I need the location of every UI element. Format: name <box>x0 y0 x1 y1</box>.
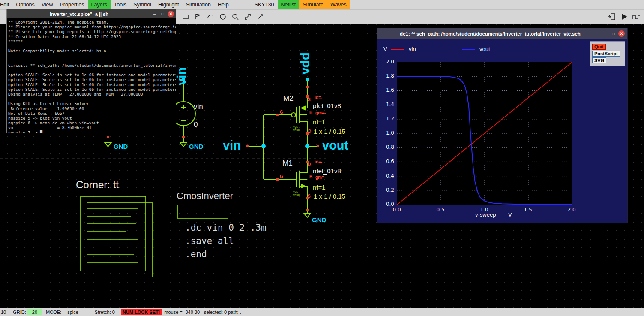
status-mode-label: MODE: <box>46 310 61 315</box>
y-tick-label: 0.8 <box>380 144 394 150</box>
m2-pin-s-label: S <box>308 98 311 102</box>
status-grid-value[interactable]: 20 <box>27 309 42 315</box>
status-mode-value: spice <box>67 310 78 315</box>
menu-sky130[interactable]: SKY130 <box>251 0 278 9</box>
vin-legend-swatch <box>391 49 404 50</box>
menu-options[interactable]: Options <box>13 0 38 9</box>
m2-pin-d-label: D <box>308 129 311 134</box>
m2-vgs-vds-label: vgs= vds= <box>293 125 300 132</box>
plot-titlebar[interactable]: dc1: ** sch_path: /home/student/document… <box>377 28 627 39</box>
menu-help[interactable]: Help <box>214 0 232 9</box>
output-wires[interactable] <box>307 134 318 162</box>
y-axis-unit: V <box>383 46 387 52</box>
menu-highlight[interactable]: Highlight <box>155 0 183 9</box>
menu-waves[interactable]: Waves <box>327 0 350 9</box>
menu-simulation[interactable]: Simulation <box>183 0 214 9</box>
source-name-label: vin <box>194 103 203 111</box>
minimize-icon[interactable]: – <box>151 11 158 17</box>
corner-document-icon[interactable] <box>81 196 152 277</box>
polygon-tool-icon[interactable] <box>192 12 203 22</box>
m1-gm-label: gm=- <box>315 175 326 180</box>
gnd-symbol-source[interactable] <box>180 137 187 147</box>
net-label-vout: vout <box>322 139 348 152</box>
source-value-label: 0 <box>194 121 198 129</box>
gnd-symbol-left[interactable] <box>105 138 111 147</box>
m1-pin-d-label: D <box>308 163 311 167</box>
net-label-vdd: vdd <box>299 51 312 76</box>
plot-area[interactable] <box>397 62 572 205</box>
vin-legend-label: vin <box>409 46 416 52</box>
y-tick-label: 0.4 <box>380 173 394 179</box>
x-tick-label: 1.5 <box>521 207 534 213</box>
vtc-plot-svg <box>397 62 572 205</box>
plot-region: V vin vout Quit PostScript SVG v-sweep V… <box>377 39 627 223</box>
menu-layers[interactable]: Layers <box>88 0 111 9</box>
x-tick-label: 1.0 <box>478 207 491 213</box>
maximize-icon[interactable]: □ <box>610 30 617 37</box>
quit-button[interactable]: Quit <box>592 44 606 50</box>
x-tick-label: 0.5 <box>434 207 447 213</box>
menu-tools[interactable]: Tools <box>111 0 130 9</box>
circle-tool-icon[interactable] <box>217 12 228 22</box>
m1-pin-s-label: S <box>308 194 311 199</box>
y-tick-label: 0.2 <box>380 187 394 193</box>
zoom-icon[interactable] <box>230 12 240 22</box>
m1-pin-b-label: B <box>309 175 312 180</box>
run-simulation-icon[interactable] <box>618 12 629 22</box>
m2-gm-label: gm=- <box>315 111 326 116</box>
minimize-icon[interactable]: – <box>602 30 608 37</box>
terminal-output[interactable]: ** Copyright 2001-2024, The ngspice team… <box>7 18 176 133</box>
m1-nf-label: nf=1 <box>313 184 326 191</box>
pan-icon[interactable] <box>255 12 265 22</box>
plot-title: dc1: ** sch_path: /home/student/document… <box>380 31 600 36</box>
menu-edit[interactable]: Edit <box>0 0 13 9</box>
plot-window: dc1: ** sch_path: /home/student/document… <box>377 28 628 223</box>
postscript-button[interactable]: PostScript <box>592 51 620 57</box>
menu-netlist[interactable]: Netlist <box>278 0 300 9</box>
status-mouse-info: mouse = -340 30 - selected: 0 path: . <box>164 310 241 315</box>
statusbar: 10 GRID: 20 MODE: spice Stretch: 0 NUM L… <box>0 308 644 316</box>
y-tick-label: 0.0 <box>380 201 394 207</box>
m2-pin-g-label: G <box>280 110 283 115</box>
zoom-full-icon[interactable] <box>242 12 253 22</box>
cell-name-label: CmosInverter <box>177 191 233 201</box>
corner-label: Corner: tt <box>76 179 119 190</box>
rectangle-tool-icon[interactable] <box>180 12 191 22</box>
y-tick-label: 1.4 <box>380 102 394 108</box>
close-icon[interactable]: ✕ <box>618 30 625 37</box>
menubar: Edit Options View Properties Layers Tool… <box>0 0 644 9</box>
net-label-vin: vin <box>223 139 241 152</box>
svg-button[interactable]: SVG <box>592 57 606 63</box>
menu-simulate[interactable]: Simulate <box>299 0 327 9</box>
status-grid-label: GRID: <box>13 310 26 315</box>
vout-legend-swatch <box>462 49 475 50</box>
m1-model-label: nfet_01v8 <box>313 168 341 175</box>
arc-tool-icon[interactable] <box>205 12 216 22</box>
m1-pin-g-label: G <box>280 175 283 179</box>
cell-name-bracket <box>177 205 228 218</box>
terminal-window: inverter_vtc.spice" -a || sh – □ ✕ ** Co… <box>6 9 176 133</box>
curve-vout <box>397 76 572 205</box>
menu-symbol[interactable]: Symbol <box>130 0 155 9</box>
vout-legend-label: vout <box>479 46 490 52</box>
x-tick-label: 0.0 <box>390 207 403 213</box>
m1-name-label: M1 <box>282 160 293 167</box>
status-scale: 10 <box>1 310 6 315</box>
net-junctions <box>182 78 309 148</box>
menu-view[interactable]: View <box>38 0 57 9</box>
terminal-titlebar[interactable]: inverter_vtc.spice" -a || sh – □ ✕ <box>7 9 176 18</box>
gnd-symbol-bottom[interactable] <box>304 198 311 217</box>
netlist-export-icon[interactable] <box>606 12 617 22</box>
view-waves-icon[interactable] <box>631 12 641 22</box>
m1-size-label: 1 x 1 / 0.15 <box>314 193 345 200</box>
status-stretch: Stretch: 0 <box>95 310 115 315</box>
x-axis-unit: V <box>508 211 512 218</box>
y-tick-label: 1.6 <box>380 87 394 93</box>
close-icon[interactable]: ✕ <box>168 11 174 17</box>
menu-properties[interactable]: Properties <box>57 0 88 9</box>
spice-directives-text: .dc vin 0 2 .3m .save all .end <box>185 221 267 261</box>
m2-model-label: pfet_01v8 <box>313 102 341 109</box>
m1-vgs-vds-label: vgs= vds= <box>293 190 300 197</box>
maximize-icon[interactable]: □ <box>159 11 166 17</box>
m2-pin-b-label: B <box>309 111 312 115</box>
